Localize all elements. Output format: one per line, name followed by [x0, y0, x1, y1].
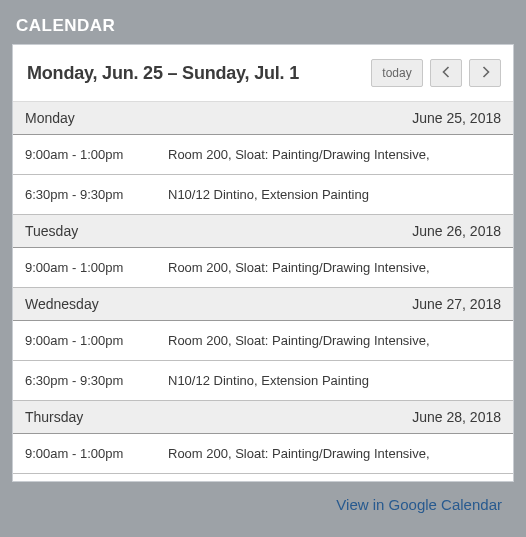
event-row[interactable]: 9:00am - 1:00pmRoom 200, Sloat: Painting… [13, 248, 513, 288]
event-title: Room 200, Sloat: Painting/Drawing Intens… [168, 260, 501, 275]
event-time: 6:30pm - 9:30pm [25, 187, 168, 202]
calendar-footer: View in Google Calendar [12, 482, 514, 524]
event-time: 9:00am - 1:00pm [25, 446, 168, 461]
calendar-frame: Monday, Jun. 25 – Sunday, Jul. 1 today [12, 44, 514, 482]
event-time: 6:30pm - 9:30pm [25, 373, 168, 388]
next-button[interactable] [469, 59, 501, 87]
day-header: WednesdayJune 27, 2018 [13, 288, 513, 321]
event-row[interactable]: 9:00am - 1:00pmRoom 200, Sloat: Painting… [13, 135, 513, 175]
chevron-right-icon [481, 66, 490, 81]
event-row[interactable]: 6:30pm - 9:30pmN10/12 Dintino, Extension… [13, 361, 513, 401]
day-date: June 27, 2018 [412, 296, 501, 312]
day-name: Thursday [25, 409, 83, 425]
calendar-header: Monday, Jun. 25 – Sunday, Jul. 1 today [13, 45, 513, 102]
day-header: MondayJune 25, 2018 [13, 102, 513, 135]
event-row[interactable]: 9:00am - 1:00pmRoom 200, Sloat: Painting… [13, 434, 513, 474]
day-date: June 26, 2018 [412, 223, 501, 239]
event-title: N10/12 Dintino, Extension Painting [168, 187, 501, 202]
day-name: Wednesday [25, 296, 99, 312]
day-name: Monday [25, 110, 75, 126]
event-title: N10/12 Dintino, Extension Painting [168, 373, 501, 388]
day-header: TuesdayJune 26, 2018 [13, 215, 513, 248]
event-time: 9:00am - 1:00pm [25, 260, 168, 275]
calendar-widget: CALENDAR Monday, Jun. 25 – Sunday, Jul. … [0, 0, 526, 537]
date-range: Monday, Jun. 25 – Sunday, Jul. 1 [27, 63, 299, 84]
event-time: 9:00am - 1:00pm [25, 333, 168, 348]
event-title: Room 200, Sloat: Painting/Drawing Intens… [168, 446, 501, 461]
widget-title: CALENDAR [12, 16, 514, 36]
day-header: ThursdayJune 28, 2018 [13, 401, 513, 434]
event-row[interactable]: 9:00am - 1:00pmRoom 200, Sloat: Painting… [13, 321, 513, 361]
view-in-google-calendar-link[interactable]: View in Google Calendar [336, 496, 502, 513]
day-name: Tuesday [25, 223, 78, 239]
event-title: Room 200, Sloat: Painting/Drawing Intens… [168, 147, 501, 162]
today-button[interactable]: today [371, 59, 423, 87]
day-date: June 25, 2018 [412, 110, 501, 126]
event-row[interactable]: 6:30pm - 9:30pmN10/12 Dintino, Extension… [13, 175, 513, 215]
day-date: June 28, 2018 [412, 409, 501, 425]
prev-button[interactable] [430, 59, 462, 87]
event-title: Room 200, Sloat: Painting/Drawing Intens… [168, 333, 501, 348]
calendar-body: MondayJune 25, 20189:00am - 1:00pmRoom 2… [13, 102, 513, 481]
widget-inner: CALENDAR Monday, Jun. 25 – Sunday, Jul. … [3, 3, 523, 534]
event-time: 9:00am - 1:00pm [25, 147, 168, 162]
chevron-left-icon [442, 66, 451, 81]
calendar-nav: today [371, 59, 501, 87]
